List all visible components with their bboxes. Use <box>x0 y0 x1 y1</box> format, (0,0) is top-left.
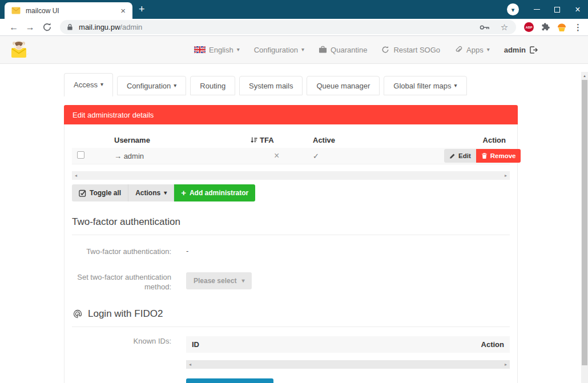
fido2-table: ID Action ◂ ▸ Register FIDO2 device <box>186 336 510 383</box>
tfa-current-label: Two-factor authentication: <box>72 247 171 257</box>
browser-toolbar: ← → mail.ingu.pw/admin ☆ ABP ⋮ <box>0 19 588 36</box>
panel-title-text: Edit administrator details <box>73 111 154 119</box>
maximize-icon <box>554 7 560 13</box>
scrollbar-thumb[interactable] <box>582 80 587 365</box>
username-label: admin <box>504 46 526 54</box>
language-label: English <box>209 46 233 54</box>
tfa-method-select[interactable]: Please select ▾ <box>186 272 252 289</box>
scroll-up-icon[interactable]: ▴ <box>581 72 588 78</box>
username-value: admin <box>124 152 144 160</box>
caret-down-icon: ▾ <box>487 47 490 53</box>
toggle-all-button[interactable]: Toggle all <box>72 184 128 201</box>
edit-admin-panel: Edit administrator details Username TFA … <box>64 105 518 383</box>
maximize-button[interactable] <box>547 0 567 19</box>
tab-global-filter-maps[interactable]: Global filter maps ▾ <box>384 76 466 95</box>
password-key-icon[interactable] <box>480 24 490 31</box>
scroll-right-icon[interactable]: ▸ <box>505 173 507 178</box>
panel-body: Username TFA Active Action → admin <box>64 124 518 383</box>
trash-icon <box>481 152 488 159</box>
fido2-heading-text: Login with FIDO2 <box>88 308 163 320</box>
actions-label: Actions <box>135 189 160 197</box>
fido2-section-heading: Login with FIDO2 <box>72 308 510 327</box>
bookmark-star-icon[interactable]: ☆ <box>501 23 508 31</box>
mailcow-favicon-icon <box>11 7 21 14</box>
page-vertical-scrollbar[interactable]: ▴ <box>581 72 588 383</box>
caret-down-icon: ▾ <box>100 82 103 87</box>
back-button[interactable]: ← <box>6 22 22 33</box>
panel-title: Edit administrator details <box>64 105 518 124</box>
tab-label: System mails <box>249 82 293 90</box>
actions-dropdown-button[interactable]: Actions ▾ <box>128 184 174 201</box>
profile-avatar[interactable]: ▾ <box>507 3 519 15</box>
active-check-icon: ✓ <box>313 152 444 160</box>
remove-button[interactable]: Remove <box>476 149 521 163</box>
quarantine-link[interactable]: Quarantine <box>319 46 367 54</box>
arrow-right-icon: → <box>114 152 122 160</box>
fido2-horizontal-scrollbar[interactable]: ◂ ▸ <box>186 360 510 369</box>
remove-label: Remove <box>490 152 516 159</box>
known-ids-label: Known IDs: <box>72 336 171 346</box>
browser-tab[interactable]: mailcow UI × <box>5 2 132 19</box>
restart-sogo-link[interactable]: Restart SOGo <box>381 46 440 54</box>
adblock-extension-icon[interactable]: ABP <box>524 22 534 32</box>
caret-down-icon: ▾ <box>237 47 240 53</box>
url-text: mail.ingu.pw/admin <box>79 23 142 31</box>
address-bar[interactable]: mail.ingu.pw/admin ☆ <box>60 20 516 34</box>
add-administrator-button[interactable]: + Add administrator <box>174 184 255 201</box>
tab-label: Routing <box>200 82 225 90</box>
scroll-left-icon[interactable]: ◂ <box>189 362 191 367</box>
register-fido2-button[interactable]: Register FIDO2 device <box>186 378 273 383</box>
tab-label: Queue manager <box>316 82 370 90</box>
tab-system-mails[interactable]: System mails <box>239 76 303 95</box>
tab-close-icon[interactable]: × <box>119 6 127 15</box>
row-checkbox[interactable] <box>77 151 84 159</box>
toggle-all-label: Toggle all <box>90 189 121 197</box>
language-menu[interactable]: English ▾ <box>194 46 240 54</box>
url-host: mail.ingu.pw <box>79 23 120 31</box>
tab-label: Configuration <box>127 82 171 90</box>
admin-content: Access ▾ Configuration ▾ Routing System … <box>64 73 518 383</box>
tab-configuration[interactable]: Configuration ▾ <box>117 76 186 95</box>
configuration-menu[interactable]: Configuration ▾ <box>254 46 304 54</box>
lock-icon[interactable] <box>67 23 73 31</box>
tab-routing[interactable]: Routing <box>190 76 235 95</box>
mailcow-page: English ▾ Configuration ▾ Quarantine Res… <box>0 36 588 383</box>
table-horizontal-scrollbar[interactable]: ◂ ▸ <box>72 171 510 180</box>
close-icon: × <box>575 5 580 14</box>
quarantine-label: Quarantine <box>331 46 367 54</box>
muffin-extension-icon[interactable] <box>557 23 567 32</box>
scroll-left-icon[interactable]: ◂ <box>75 173 77 178</box>
apps-menu[interactable]: Apps ▾ <box>454 46 490 54</box>
col-tfa-label: TFA <box>260 136 274 144</box>
reload-button[interactable] <box>42 22 52 32</box>
edit-button[interactable]: Edit <box>444 149 476 163</box>
tab-queue-manager[interactable]: Queue manager <box>307 76 380 95</box>
mailcow-logo[interactable] <box>9 39 31 60</box>
minimize-icon <box>534 9 540 10</box>
tab-access[interactable]: Access ▾ <box>64 73 113 96</box>
admin-tabs: Access ▾ Configuration ▾ Routing System … <box>64 73 518 96</box>
sort-icon[interactable] <box>250 136 257 144</box>
caret-down-icon: ▾ <box>174 83 176 88</box>
add-administrator-label: Add administrator <box>190 189 248 197</box>
url-path: /admin <box>120 23 142 31</box>
extensions-puzzle-icon[interactable] <box>541 23 550 31</box>
user-menu[interactable]: admin <box>504 46 538 54</box>
new-tab-button[interactable]: + <box>139 3 145 15</box>
uk-flag-icon <box>194 46 206 53</box>
scroll-right-icon[interactable]: ▸ <box>505 362 507 367</box>
caret-down-icon: ▾ <box>301 47 304 53</box>
minimize-button[interactable] <box>526 0 547 19</box>
col-username: Username <box>108 136 250 144</box>
caret-down-icon: ▾ <box>454 83 457 88</box>
mailcow-navbar: English ▾ Configuration ▾ Quarantine Res… <box>0 36 588 64</box>
forward-button[interactable]: → <box>22 22 39 33</box>
avatar-caret-icon: ▾ <box>512 7 515 13</box>
fido2-table-header: ID Action <box>186 336 510 353</box>
link-icon <box>454 46 463 54</box>
browser-menu-icon[interactable]: ⋮ <box>574 22 582 33</box>
tab-label: Global filter maps <box>393 82 451 90</box>
close-window-button[interactable]: × <box>567 0 588 19</box>
col-action: Action <box>444 136 510 144</box>
caret-down-icon: ▾ <box>164 190 167 196</box>
